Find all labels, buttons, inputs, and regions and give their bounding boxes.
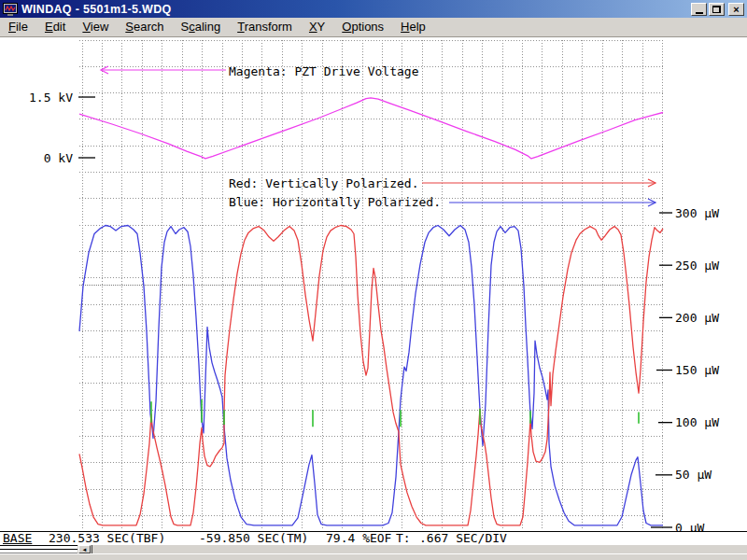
uw-tick-label: 100 µW (675, 415, 719, 429)
horizontal-scrollbar[interactable]: ◄ (0, 545, 747, 553)
scrollbar-track[interactable] (0, 545, 78, 553)
titlebar-buttons: × (689, 3, 744, 16)
chart-svg: 1.5 kV0 kV300 µW250 µW200 µW150 µW100 µW… (0, 36, 747, 531)
minimize-button[interactable] (691, 3, 707, 16)
menu-transform[interactable]: Transform (229, 19, 301, 35)
uw-tick-label: 300 µW (675, 206, 719, 220)
kv-tick-label: 0 kV (44, 151, 73, 165)
status-timebase-value: .667 SEC/DIV (419, 532, 507, 545)
minimize-icon (696, 12, 703, 14)
menu-bar: FileEditViewSearchScalingTransformXYOpti… (0, 18, 747, 37)
annotation-label: Magenta: PZT Drive Voltage (229, 64, 419, 78)
window-title: WINDAQ - 5501m1-5.WDQ (21, 3, 172, 16)
menu-scaling[interactable]: Scaling (173, 19, 230, 35)
status-bar: BASE 230.533 SEC(TBF) -59.850 SEC(TM) 79… (0, 531, 747, 545)
uw-tick-label: 200 µW (675, 311, 719, 325)
uw-tick-label: 50 µW (675, 468, 712, 482)
waveform-horizontally-polarized (79, 226, 663, 525)
scroll-left-button[interactable]: ◄ (78, 545, 91, 553)
waveform-pzt-drive-voltage (79, 98, 663, 159)
menu-options[interactable]: Options (333, 19, 392, 35)
app-icon (3, 3, 18, 16)
menu-xy[interactable]: XY (301, 19, 333, 35)
close-button[interactable]: × (728, 3, 744, 16)
uw-tick-label: 150 µW (675, 363, 719, 377)
kv-tick-label: 1.5 kV (29, 91, 73, 105)
scrollbar-divider (92, 545, 92, 553)
status-percent-eof: 79.4 %EOF (326, 532, 391, 545)
status-timebase-label: T: (396, 532, 411, 545)
annotation-label: Blue: Horizontally Polarized. (229, 195, 441, 209)
menu-view[interactable]: View (74, 19, 117, 35)
waveform-vertically-polarized (79, 226, 663, 525)
status-time-from-marker: -59.850 SEC(TM) (199, 532, 308, 545)
status-time-from-beginning: 230.533 SEC(TBF) (49, 532, 165, 545)
uw-tick-label: 250 µW (675, 259, 719, 273)
window-bottom-border (0, 553, 747, 560)
restore-button[interactable] (709, 3, 725, 16)
status-base-label: BASE (3, 532, 32, 545)
menu-edit[interactable]: Edit (36, 19, 74, 35)
window-titlebar[interactable]: WINDAQ - 5501m1-5.WDQ × (0, 0, 747, 18)
menu-file[interactable]: File (0, 19, 36, 35)
uw-tick-label: 0 µW (675, 521, 704, 532)
restore-icon (712, 6, 721, 13)
menu-search[interactable]: Search (117, 19, 172, 35)
menu-help[interactable]: Help (392, 19, 434, 35)
annotation-label: Red: Vertically Polarized. (229, 176, 419, 190)
